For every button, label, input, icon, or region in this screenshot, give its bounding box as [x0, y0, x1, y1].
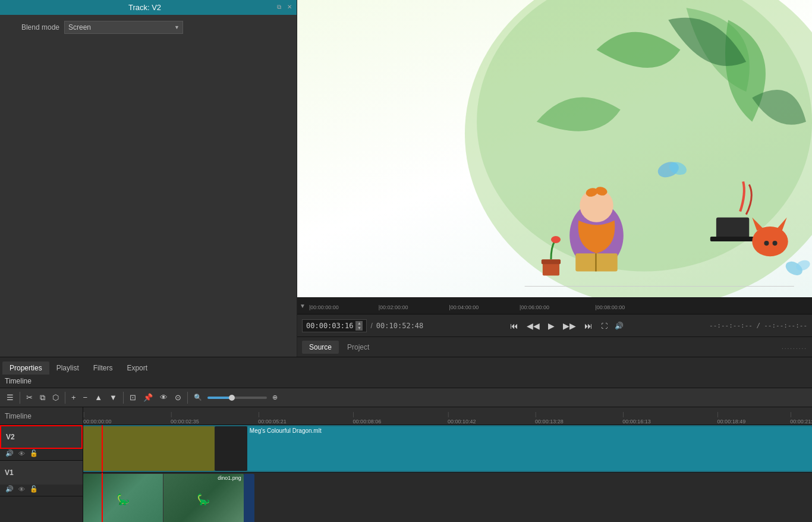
total-time: 00:10:52:48	[376, 322, 423, 330]
tl-ruler-inner: 00:00:00:00 00:00:02:35 00:00:05:21 00:0…	[83, 407, 812, 424]
track-icons-v1: 🔊 👁 🔓	[0, 485, 83, 496]
step-back-btn[interactable]: ◀◀	[524, 320, 542, 332]
playback-bar: 00:00:03:16 ▲ ▼ / 00:10:52:48 ⏮ ◀◀ ▶ ▶▶ …	[297, 314, 812, 337]
window-controls: ⧉ ✕	[275, 4, 294, 12]
v1-lock-btn[interactable]: 🔓	[29, 485, 39, 493]
tab-export[interactable]: Export	[119, 361, 155, 375]
thumb-1-icon: 🦕	[117, 493, 130, 506]
time-spinners[interactable]: ▲ ▼	[355, 321, 363, 331]
tl-tick-2: 00:00:05:21	[258, 419, 287, 424]
clip-v2-dark[interactable]	[215, 426, 247, 471]
ruler-track: |00:00:00:00 |00:02:00:00 |00:04:00:00 |…	[308, 298, 812, 314]
resize-dots: .........	[782, 344, 807, 350]
properties-panel: Track: V2 ⧉ ✕ Blend mode Screen Normal M…	[0, 0, 297, 357]
time-up-btn[interactable]: ▲	[355, 321, 363, 326]
svg-rect-7	[595, 253, 596, 271]
overwrite-btn[interactable]: ▼	[106, 391, 120, 404]
funnel-icon: ▼	[300, 303, 306, 309]
blend-mode-select-wrap[interactable]: Screen Normal Multiply Overlay Darken Li…	[64, 21, 183, 34]
fullscreen-btn[interactable]: ⛶	[599, 321, 610, 331]
preview-area: ▼ |00:00:00:00 |00:02:00:00 |00:04:00:00…	[297, 0, 812, 357]
copy-btn[interactable]: ⧉	[37, 391, 48, 404]
svg-rect-9	[542, 259, 561, 264]
v2-lock-btn[interactable]: 🔓	[29, 449, 39, 458]
ruler-ticks: |00:00:00:00 |00:02:00:00 |00:04:00:00 |…	[308, 298, 812, 313]
track-name-row-v2: V2	[0, 425, 83, 449]
step-fwd-btn[interactable]: ▶▶	[561, 320, 578, 332]
ruler-tick-4: |00:08:00:00	[595, 304, 625, 310]
svg-point-17	[773, 241, 778, 246]
view-btn[interactable]: 👁	[157, 391, 171, 404]
track-name-v1: V1	[5, 468, 78, 477]
timeline-toolbar: ☰ ✂ ⧉ ⬡ + − ▲ ▼ ⊡ 📌 👁 ⊙ 🔍 ⊕	[0, 388, 812, 407]
properties-title: Track: V2	[15, 3, 275, 12]
ripple-btn[interactable]: ⊡	[127, 391, 139, 404]
bottom-section: Properties Playlist Filters Export Timel…	[0, 357, 812, 522]
tl-tick-0: 00:00:00:00	[83, 419, 112, 424]
lift-btn[interactable]: ▲	[92, 391, 105, 404]
tl-tick-3: 00:00:08:06	[353, 419, 382, 424]
clip-v2-teal[interactable]: Meg's Colourful Dragon.mlt	[247, 426, 812, 471]
zoom-out-btn[interactable]: 🔍	[191, 392, 205, 403]
close-icon[interactable]: ✕	[285, 4, 294, 12]
source-tab[interactable]: Source	[302, 341, 339, 354]
tab-filters[interactable]: Filters	[86, 361, 120, 375]
master-label: Timeline	[0, 407, 83, 425]
snap-btn[interactable]: 📌	[140, 391, 156, 404]
menu-btn[interactable]: ☰	[4, 391, 17, 404]
thumb-1: 🦕	[83, 474, 163, 522]
sep1	[20, 392, 20, 404]
v1-eye-btn[interactable]: 👁	[18, 485, 26, 493]
record-btn[interactable]: ⊙	[172, 391, 184, 404]
bottom-tabs-bar: Properties Playlist Filters Export	[0, 357, 812, 375]
svg-point-16	[764, 241, 769, 246]
zoom-slider[interactable]	[207, 397, 267, 399]
out-point-display: --:--:--:--	[764, 322, 807, 329]
tl-tick-5: 00:00:13:28	[535, 419, 564, 424]
blend-mode-select[interactable]: Screen Normal Multiply Overlay Darken Li…	[64, 21, 183, 34]
zoom-in-btn[interactable]: ⊕	[269, 392, 281, 403]
ruler-tick-3: |00:06:00:00	[520, 304, 549, 310]
track-label-v2: V2 🔊 👁 🔓	[0, 425, 83, 461]
svg-point-10	[551, 236, 561, 243]
time-down-btn[interactable]: ▼	[355, 326, 363, 331]
play-btn[interactable]: ▶	[546, 320, 557, 332]
restore-icon[interactable]: ⧉	[275, 4, 283, 12]
tracks-area: Timeline V2 🔊 👁 🔓 V1 🔊 👁	[0, 407, 812, 522]
in-point-display: --:--:--:-- /	[709, 322, 760, 329]
thumb-strip: 🦕 🦕	[83, 474, 244, 522]
svg-rect-14	[710, 237, 756, 241]
svg-point-15	[752, 227, 788, 256]
tl-tick-1: 00:00:02:35	[171, 419, 199, 424]
clip-v1-dark[interactable]	[244, 474, 254, 522]
skip-to-start-btn[interactable]: ⏮	[508, 320, 521, 332]
volume-btn[interactable]: 🔊	[613, 320, 625, 331]
clip-label-olive	[83, 426, 215, 429]
clip-label-teal: Meg's Colourful Dragon.mlt	[247, 426, 812, 435]
v2-audio-btn[interactable]: 🔊	[5, 449, 14, 458]
current-time-display: 00:00:03:16 ▲ ▼	[302, 319, 367, 332]
v1-audio-btn[interactable]: 🔊	[5, 485, 14, 493]
svg-rect-13	[716, 218, 749, 238]
ruler-tick-0: |00:00:00:00	[309, 304, 339, 310]
dino-clip-label: dino1.png	[218, 475, 241, 481]
track-content-area: 00:00:00:00 00:00:02:35 00:00:05:21 00:0…	[83, 407, 812, 522]
remove-btn[interactable]: −	[80, 391, 91, 404]
paste-btn[interactable]: ⬡	[49, 391, 62, 404]
cut-btn[interactable]: ✂	[23, 391, 36, 404]
svg-rect-8	[543, 262, 559, 275]
project-tab[interactable]: Project	[340, 341, 376, 354]
zoom-slider-wrap: 🔍 ⊕	[191, 392, 281, 403]
v2-eye-btn[interactable]: 👁	[18, 449, 26, 458]
clip-v1-dino[interactable]: 🦕 🦕 dino1.png	[83, 474, 244, 522]
blend-mode-label: Blend mode	[6, 23, 59, 32]
add-btn[interactable]: +	[68, 391, 79, 404]
skip-to-end-btn[interactable]: ⏭	[582, 320, 595, 332]
track-row-v1: 🦕 🦕 dino1.png	[83, 473, 812, 522]
source-project-tabs: Source Project .........	[297, 337, 812, 357]
clip-v2-olive[interactable]	[83, 426, 215, 471]
tab-properties[interactable]: Properties	[2, 361, 49, 375]
ruler-tick-1: |00:02:00:00	[379, 304, 408, 310]
track-labels: Timeline V2 🔊 👁 🔓 V1 🔊 👁	[0, 407, 83, 522]
tab-playlist[interactable]: Playlist	[49, 361, 86, 375]
